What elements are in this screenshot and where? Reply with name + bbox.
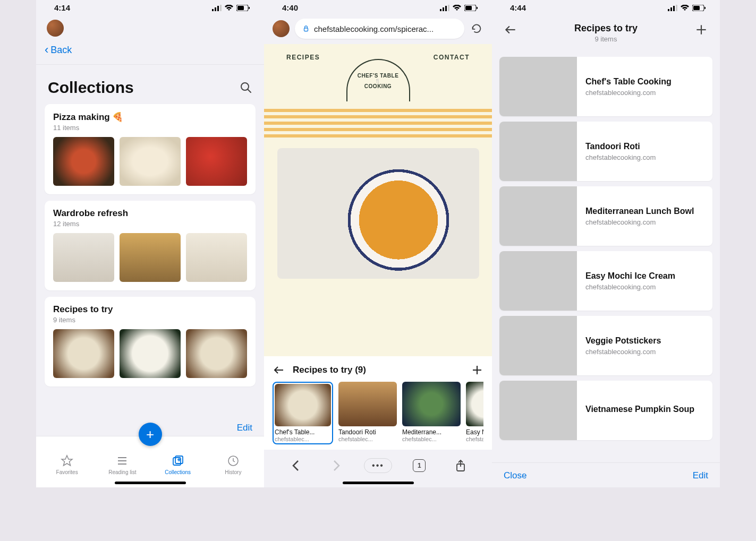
thumbnail xyxy=(186,329,247,378)
close-button[interactable]: Close xyxy=(504,470,526,481)
reload-icon xyxy=(471,23,482,35)
card-thumbnails xyxy=(53,233,247,282)
thumbnail xyxy=(499,251,577,311)
svg-rect-3 xyxy=(220,5,222,11)
svg-rect-36 xyxy=(704,7,706,9)
back-label: Back xyxy=(50,45,72,56)
collection-card-recipes[interactable]: Recipes to try 9 items xyxy=(45,297,256,387)
chevron-right-icon xyxy=(333,460,341,471)
screen-browser: 4:40 chefstablecooking.com/spicerac... R… xyxy=(264,0,492,487)
status-bar: 4:44 xyxy=(492,0,720,14)
page-header: Collections xyxy=(36,65,264,104)
chevron-left-icon: ‹ xyxy=(45,43,48,57)
carousel-item[interactable]: Easy Moc chefstabl xyxy=(466,382,483,444)
web-nav-contact[interactable]: CONTACT xyxy=(434,54,470,61)
plus-icon[interactable] xyxy=(471,364,483,376)
item-sub: chefstablec... xyxy=(338,436,397,442)
card-title: Pizza making 🍕 xyxy=(53,111,247,123)
svg-rect-18 xyxy=(443,7,444,11)
tabs-button[interactable]: 1 xyxy=(409,455,430,476)
list-item[interactable]: Mediterranean Lunch Bowl chefstablecooki… xyxy=(499,186,712,246)
carousel-item[interactable]: Mediterrane... chefstablec... xyxy=(402,382,461,444)
tab-history[interactable]: History xyxy=(206,454,261,475)
signal-icon xyxy=(212,5,222,11)
row-title: Mediterranean Lunch Bowl xyxy=(585,207,694,216)
svg-rect-22 xyxy=(465,6,472,10)
item-sub: chefstablec... xyxy=(275,436,331,442)
collection-drawer: Recipes to try (9) Chef's Table... chefs… xyxy=(264,356,492,450)
row-title: Vietnamese Pumpkin Soup xyxy=(585,405,694,414)
status-icons xyxy=(440,5,478,11)
nav-back-button[interactable] xyxy=(285,455,306,476)
wifi-icon xyxy=(453,5,461,11)
home-indicator[interactable] xyxy=(115,482,186,484)
carousel-item[interactable]: Tandoori Roti chefstablec... xyxy=(338,382,397,444)
list-item[interactable]: Tandoori Roti chefstablecooking.com xyxy=(499,122,712,181)
search-icon[interactable] xyxy=(240,81,252,94)
collection-card-pizza[interactable]: Pizza making 🍕 11 items xyxy=(45,104,256,194)
home-indicator[interactable] xyxy=(343,482,414,484)
list-icon xyxy=(116,454,129,467)
status-time: 4:40 xyxy=(282,3,298,12)
recipe-list[interactable]: Chef's Table Cooking chefstablecooking.c… xyxy=(492,47,720,440)
svg-rect-2 xyxy=(217,6,219,11)
sheet-subtitle: 9 items xyxy=(574,35,638,43)
collection-card-wardrobe[interactable]: Wardrobe refresh 12 items xyxy=(45,201,256,290)
svg-rect-30 xyxy=(668,9,669,11)
drawer-carousel[interactable]: Chef's Table... chefstablec... Tandoori … xyxy=(273,382,483,450)
profile-avatar[interactable] xyxy=(47,20,64,37)
status-bar: 4:14 xyxy=(36,0,264,14)
item-sub: chefstablec... xyxy=(402,436,461,442)
arrow-left-icon[interactable] xyxy=(273,364,285,376)
thumbnail xyxy=(120,329,181,378)
tab-reading-list[interactable]: Reading list xyxy=(95,454,150,475)
list-item[interactable]: Veggie Potstickers chefstablecooking.com xyxy=(499,316,712,375)
more-button[interactable]: ••• xyxy=(367,455,388,476)
list-item[interactable]: Easy Mochi Ice Cream chefstablecooking.c… xyxy=(499,251,712,311)
tab-collections[interactable]: Collections xyxy=(150,454,206,475)
profile-avatar[interactable] xyxy=(273,20,290,37)
web-nav-recipes[interactable]: RECIPES xyxy=(286,54,320,61)
hero-image xyxy=(277,148,479,279)
plus-icon[interactable] xyxy=(694,23,708,37)
edit-button[interactable]: Edit xyxy=(237,423,252,433)
thumbnail xyxy=(499,57,577,116)
edit-button[interactable]: Edit xyxy=(693,470,708,481)
add-button[interactable]: + xyxy=(139,423,162,446)
list-item[interactable]: Vietnamese Pumpkin Soup xyxy=(499,381,712,440)
thumbnail xyxy=(53,137,114,186)
carousel-item-selected[interactable]: Chef's Table... chefstablec... xyxy=(273,382,333,444)
share-button[interactable] xyxy=(450,455,471,476)
webpage-content[interactable]: RECIPES CONTACT CHEF'S TABLE 🍴 COOKING xyxy=(264,44,492,356)
tab-favorites[interactable]: Favorites xyxy=(39,454,95,475)
row-subtitle: chefstablecooking.com xyxy=(585,153,656,161)
svg-rect-24 xyxy=(304,28,308,31)
back-button[interactable]: ‹ Back xyxy=(36,41,264,65)
thumbnail xyxy=(499,186,577,246)
thumbnail xyxy=(402,382,461,426)
card-thumbnails xyxy=(53,137,247,186)
svg-rect-5 xyxy=(237,6,244,10)
list-item[interactable]: Chef's Table Cooking chefstablecooking.c… xyxy=(499,57,712,116)
collections-icon xyxy=(172,454,184,467)
svg-rect-6 xyxy=(249,7,250,9)
page-title: Collections xyxy=(48,79,134,97)
decorative-waves xyxy=(264,109,492,141)
item-title: Mediterrane... xyxy=(402,428,461,436)
row-subtitle: chefstablecooking.com xyxy=(585,218,694,226)
row-title: Chef's Table Cooking xyxy=(585,77,672,87)
url-bar[interactable]: chefstablecooking.com/spicerac... xyxy=(295,19,464,39)
row-title: Tandoori Roti xyxy=(585,142,656,151)
sheet-footer: Close Edit xyxy=(492,462,720,487)
nav-forward-button[interactable] xyxy=(326,455,347,476)
reload-button[interactable] xyxy=(470,22,483,36)
thumbnail xyxy=(120,233,181,282)
thumbnail xyxy=(338,382,397,426)
url-text: chefstablecooking.com/spicerac... xyxy=(314,24,434,33)
arrow-left-icon[interactable] xyxy=(504,23,517,37)
thumbnail xyxy=(53,329,114,378)
card-subtitle: 9 items xyxy=(53,316,247,324)
tab-count: 1 xyxy=(413,459,426,472)
thumbnail xyxy=(275,384,331,426)
row-subtitle: chefstablecooking.com xyxy=(585,89,672,97)
